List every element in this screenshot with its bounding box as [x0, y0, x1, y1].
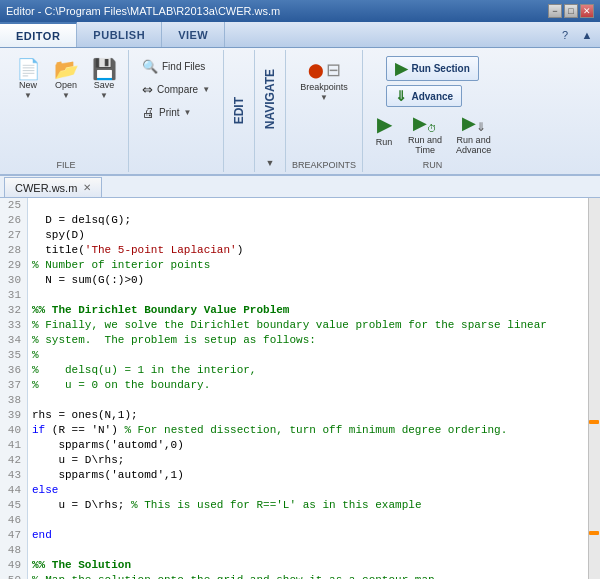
window-controls: − □ ✕ — [548, 4, 594, 18]
advance-button[interactable]: ⇓ Advance — [386, 85, 462, 107]
tab-publish[interactable]: PUBLISH — [77, 22, 162, 47]
file-group-label: FILE — [56, 158, 75, 170]
tab-view[interactable]: VIEW — [162, 22, 225, 47]
toolbar-file-group: 📄 New ▼ 📂 Open ▼ 💾 Save ▼ FILE — [4, 50, 129, 172]
edit-label: EDIT — [232, 97, 246, 124]
compare-icon: ⇔ — [142, 82, 153, 97]
run-group-label: RUN — [423, 158, 443, 170]
run-button[interactable]: ▶ Run — [369, 109, 399, 158]
find-files-button[interactable]: 🔍 Find Files — [135, 56, 217, 77]
toolbar-find-group: 🔍 Find Files ⇔ Compare ▼ 🖨 Print ▼ — [129, 50, 224, 172]
advance-icon: ⇓ — [395, 88, 407, 104]
window-title: Editor - C:\Program Files\MATLAB\R2013a\… — [6, 5, 280, 17]
navigate-label: NAVIGATE — [263, 69, 277, 129]
save-button[interactable]: 💾 Save ▼ — [86, 56, 122, 103]
file-tools: 📄 New ▼ 📂 Open ▼ 💾 Save ▼ — [10, 52, 122, 158]
scroll-marker — [589, 420, 599, 424]
vertical-scrollbar[interactable] — [588, 198, 600, 579]
tab-right-controls: ? ▲ — [556, 22, 600, 47]
file-tab-close-icon[interactable]: ✕ — [83, 182, 91, 193]
run-advance-icon: ▶⇓ — [462, 112, 486, 134]
print-icon: 🖨 — [142, 105, 155, 120]
line-numbers: 2526272829303132333435363738394041424344… — [0, 198, 28, 579]
run-advance-button[interactable]: ▶⇓ Run andAdvance — [451, 109, 496, 158]
help-button[interactable]: ? — [556, 26, 574, 44]
scroll-marker-2 — [589, 531, 599, 535]
editor-area: 2526272829303132333435363738394041424344… — [0, 198, 600, 579]
open-button[interactable]: 📂 Open ▼ — [48, 56, 84, 103]
new-button[interactable]: 📄 New ▼ — [10, 56, 46, 103]
file-tab-cwer[interactable]: CWER.ws.m ✕ — [4, 177, 102, 197]
toolbar-run-group: ▶ Run Section ⇓ Advance ▶ Run ▶⏱ — [363, 50, 502, 172]
run-time-button[interactable]: ▶⏱ Run andTime — [403, 109, 447, 158]
run-time-icon: ▶⏱ — [413, 112, 437, 134]
save-icon: 💾 — [92, 59, 117, 79]
breakpoints-button[interactable]: ⬤ ⊟ Breakpoints ▼ — [293, 56, 355, 105]
breakpoints-group-label: BREAKPOINTS — [292, 158, 356, 170]
tab-editor[interactable]: EDITOR — [0, 22, 77, 47]
find-files-icon: 🔍 — [142, 59, 158, 74]
compare-button[interactable]: ⇔ Compare ▼ — [135, 79, 217, 100]
ribbon-tab-bar: EDITOR PUBLISH VIEW ? ▲ — [0, 22, 600, 48]
minimize-button[interactable]: − — [548, 4, 562, 18]
run-icon: ▶ — [377, 112, 392, 136]
run-section-button[interactable]: ▶ Run Section — [386, 56, 478, 81]
toolbar-breakpoints-group: ⬤ ⊟ Breakpoints ▼ BREAKPOINTS — [286, 50, 363, 172]
close-button[interactable]: ✕ — [580, 4, 594, 18]
code-editor[interactable]: D = delsq(G); spy(D) title('The 5-point … — [28, 198, 588, 579]
toolbar-navigate-group: NAVIGATE ▼ — [255, 50, 286, 172]
print-button[interactable]: 🖨 Print ▼ — [135, 102, 217, 123]
open-icon: 📂 — [54, 59, 79, 79]
run-section-icon: ▶ — [395, 59, 407, 78]
file-tab-bar: CWER.ws.m ✕ — [0, 176, 600, 198]
new-icon: 📄 — [16, 59, 41, 79]
breakpoints-icon: ⬤ ⊟ — [308, 59, 341, 81]
toolbar: 📄 New ▼ 📂 Open ▼ 💾 Save ▼ FILE 🔍 Find Fi… — [0, 48, 600, 176]
title-bar: Editor - C:\Program Files\MATLAB\R2013a\… — [0, 0, 600, 22]
collapse-ribbon-button[interactable]: ▲ — [578, 26, 596, 44]
toolbar-edit-group: EDIT — [224, 50, 255, 172]
maximize-button[interactable]: □ — [564, 4, 578, 18]
